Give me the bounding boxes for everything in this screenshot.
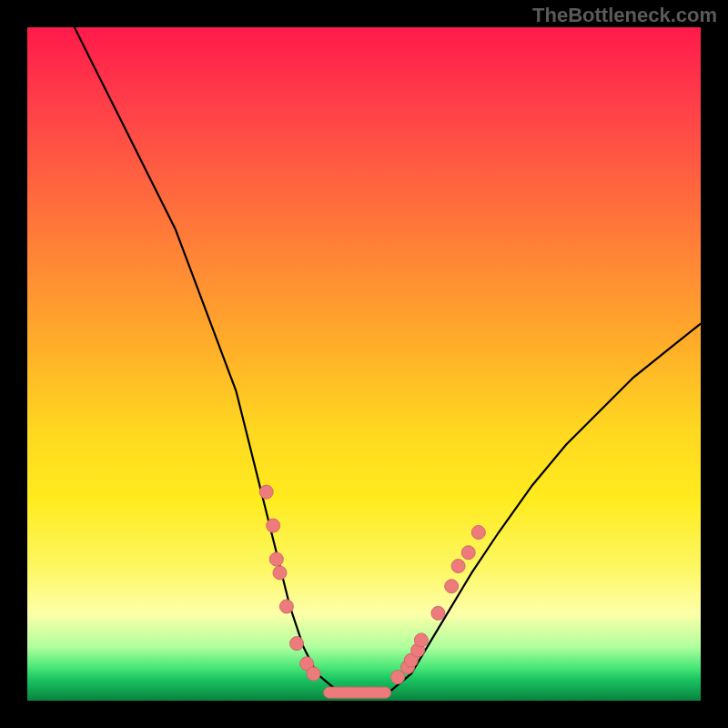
data-marker — [431, 606, 445, 620]
flat-segment — [324, 687, 391, 698]
data-marker — [290, 637, 304, 651]
data-marker — [471, 526, 485, 540]
data-marker — [279, 600, 293, 613]
data-marker — [391, 671, 405, 684]
data-marker — [307, 667, 320, 681]
data-marker — [273, 566, 287, 580]
data-marker — [259, 485, 273, 499]
watermark-text: TheBottleneck.com — [532, 4, 717, 27]
bottleneck-curve — [75, 27, 701, 694]
data-marker — [269, 552, 283, 566]
data-marker — [414, 633, 428, 647]
markers-right-group — [391, 526, 486, 684]
markers-left-group — [259, 485, 320, 681]
plot-area — [27, 27, 701, 701]
data-marker — [461, 546, 475, 560]
curve-svg — [27, 27, 701, 701]
data-marker — [267, 519, 280, 532]
data-marker — [445, 580, 459, 593]
data-marker — [451, 560, 465, 573]
